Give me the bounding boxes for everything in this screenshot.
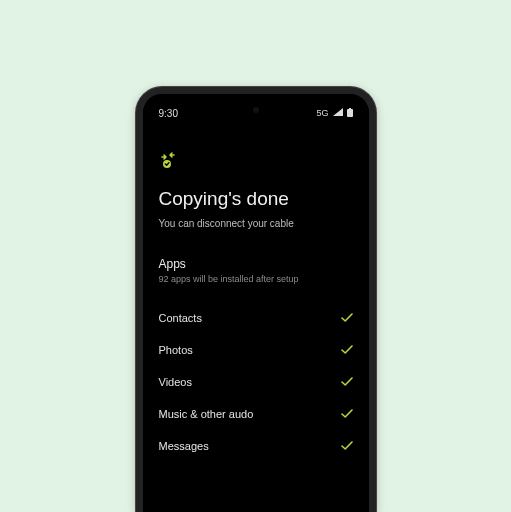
page-subtitle: You can disconnect your cable	[159, 218, 353, 229]
list-item-label: Messages	[159, 440, 209, 452]
apps-section: Apps 92 apps will be installed after set…	[159, 257, 353, 284]
list-item-label: Contacts	[159, 312, 202, 324]
check-icon	[341, 441, 353, 451]
list-item: Videos	[159, 366, 353, 398]
list-item: Messages	[159, 430, 353, 462]
copied-items-list: Contacts Photos Videos Music & other aud…	[159, 302, 353, 462]
status-time: 9:30	[159, 108, 178, 119]
list-item-label: Photos	[159, 344, 193, 356]
svg-rect-1	[349, 108, 351, 110]
battery-icon	[347, 108, 353, 119]
list-item: Contacts	[159, 302, 353, 334]
signal-icon	[333, 108, 343, 118]
check-icon	[341, 409, 353, 419]
check-icon	[341, 377, 353, 387]
phone-frame: 9:30 5G Copying's done	[136, 87, 376, 512]
list-item: Photos	[159, 334, 353, 366]
apps-section-subtitle: 92 apps will be installed after setup	[159, 274, 353, 284]
network-label: 5G	[316, 108, 328, 118]
list-item-label: Videos	[159, 376, 192, 388]
transfer-complete-icon	[159, 150, 353, 174]
screen: 9:30 5G Copying's done	[143, 94, 369, 512]
list-item: Music & other audo	[159, 398, 353, 430]
page-title: Copying's done	[159, 188, 353, 210]
status-right: 5G	[316, 108, 352, 119]
check-icon	[341, 345, 353, 355]
apps-section-title: Apps	[159, 257, 353, 271]
front-camera	[253, 107, 259, 113]
svg-rect-0	[347, 109, 353, 117]
check-icon	[341, 313, 353, 323]
list-item-label: Music & other audo	[159, 408, 254, 420]
